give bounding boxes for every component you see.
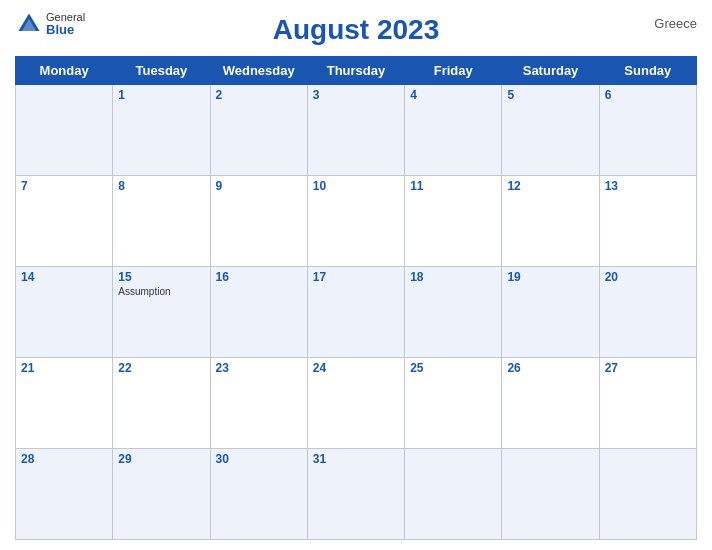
day-number: 18	[410, 270, 496, 284]
day-number: 29	[118, 452, 204, 466]
day-number: 19	[507, 270, 593, 284]
calendar-cell: 12	[502, 176, 599, 267]
calendar-cell: 4	[405, 85, 502, 176]
weekday-header-monday: Monday	[16, 57, 113, 85]
weekday-header-wednesday: Wednesday	[210, 57, 307, 85]
day-number: 12	[507, 179, 593, 193]
calendar-cell: 22	[113, 358, 210, 449]
calendar-cell: 13	[599, 176, 696, 267]
weekday-header-tuesday: Tuesday	[113, 57, 210, 85]
calendar-cell: 14	[16, 267, 113, 358]
calendar-header: General Blue August 2023 Greece	[15, 10, 697, 50]
weekday-header-friday: Friday	[405, 57, 502, 85]
day-number: 28	[21, 452, 107, 466]
day-number: 9	[216, 179, 302, 193]
calendar-cell	[502, 449, 599, 540]
calendar-cell: 15Assumption	[113, 267, 210, 358]
calendar-cell: 24	[307, 358, 404, 449]
day-number: 20	[605, 270, 691, 284]
weekday-header-sunday: Sunday	[599, 57, 696, 85]
calendar-cell: 8	[113, 176, 210, 267]
calendar-cell: 7	[16, 176, 113, 267]
day-number: 11	[410, 179, 496, 193]
weekday-header-saturday: Saturday	[502, 57, 599, 85]
calendar-cell: 1	[113, 85, 210, 176]
day-number: 30	[216, 452, 302, 466]
calendar-table: MondayTuesdayWednesdayThursdayFridaySatu…	[15, 56, 697, 540]
calendar-cell: 11	[405, 176, 502, 267]
day-number: 1	[118, 88, 204, 102]
calendar-cell: 2	[210, 85, 307, 176]
day-number: 21	[21, 361, 107, 375]
day-number: 15	[118, 270, 204, 284]
logo-text: General Blue	[46, 11, 85, 37]
calendar-cell	[16, 85, 113, 176]
day-number: 2	[216, 88, 302, 102]
calendar-cell: 6	[599, 85, 696, 176]
calendar-cell: 10	[307, 176, 404, 267]
calendar-cell: 31	[307, 449, 404, 540]
logo-icon	[15, 10, 43, 38]
day-number: 24	[313, 361, 399, 375]
calendar-cell: 5	[502, 85, 599, 176]
calendar-week-row: 21222324252627	[16, 358, 697, 449]
day-number: 16	[216, 270, 302, 284]
day-number: 8	[118, 179, 204, 193]
calendar-week-row: 123456	[16, 85, 697, 176]
calendar-cell: 29	[113, 449, 210, 540]
logo-area: General Blue	[15, 10, 85, 38]
day-number: 22	[118, 361, 204, 375]
day-number: 31	[313, 452, 399, 466]
weekday-header-thursday: Thursday	[307, 57, 404, 85]
calendar-cell: 23	[210, 358, 307, 449]
day-number: 10	[313, 179, 399, 193]
day-number: 27	[605, 361, 691, 375]
day-number: 13	[605, 179, 691, 193]
calendar-cell: 28	[16, 449, 113, 540]
calendar-cell: 27	[599, 358, 696, 449]
day-number: 6	[605, 88, 691, 102]
calendar-cell: 25	[405, 358, 502, 449]
day-number: 5	[507, 88, 593, 102]
calendar-title: August 2023	[273, 14, 440, 46]
day-number: 4	[410, 88, 496, 102]
weekday-header-row: MondayTuesdayWednesdayThursdayFridaySatu…	[16, 57, 697, 85]
day-number: 14	[21, 270, 107, 284]
calendar-cell: 21	[16, 358, 113, 449]
calendar-cell: 16	[210, 267, 307, 358]
calendar-week-row: 28293031	[16, 449, 697, 540]
calendar-cell	[405, 449, 502, 540]
calendar-wrapper: General Blue August 2023 Greece MondayTu…	[0, 0, 712, 550]
country-label: Greece	[654, 16, 697, 31]
calendar-cell: 18	[405, 267, 502, 358]
calendar-cell: 17	[307, 267, 404, 358]
calendar-week-row: 1415Assumption1617181920	[16, 267, 697, 358]
logo-blue-label: Blue	[46, 23, 85, 37]
day-number: 23	[216, 361, 302, 375]
day-number: 25	[410, 361, 496, 375]
day-number: 3	[313, 88, 399, 102]
calendar-week-row: 78910111213	[16, 176, 697, 267]
day-number: 26	[507, 361, 593, 375]
calendar-cell: 26	[502, 358, 599, 449]
day-number: 7	[21, 179, 107, 193]
calendar-cell	[599, 449, 696, 540]
calendar-cell: 19	[502, 267, 599, 358]
calendar-cell: 9	[210, 176, 307, 267]
calendar-cell: 3	[307, 85, 404, 176]
day-event: Assumption	[118, 286, 204, 297]
calendar-cell: 20	[599, 267, 696, 358]
day-number: 17	[313, 270, 399, 284]
calendar-cell: 30	[210, 449, 307, 540]
